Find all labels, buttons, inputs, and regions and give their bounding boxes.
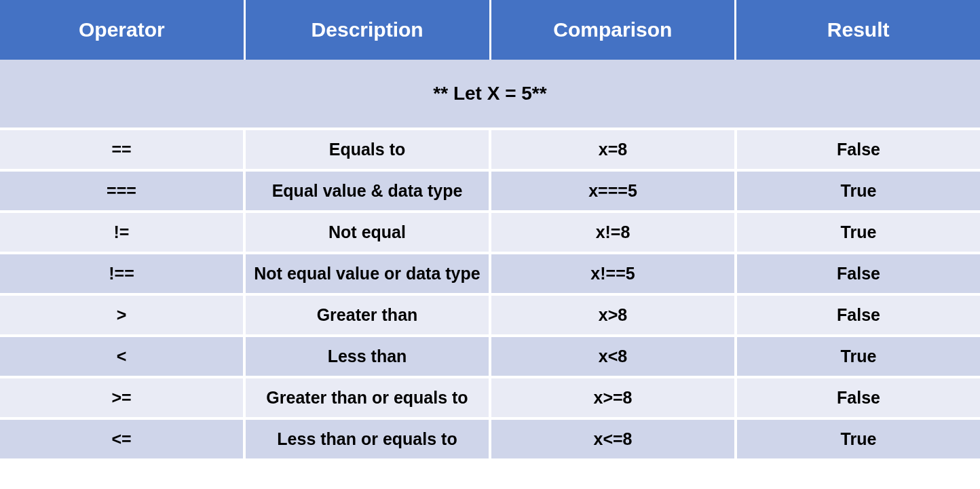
cell-operator: >= bbox=[0, 378, 246, 417]
cell-comparison: x<8 bbox=[491, 337, 737, 376]
table-header-row: Operator Description Comparison Result bbox=[0, 0, 980, 60]
cell-operator: !== bbox=[0, 254, 246, 293]
cell-comparison: x=8 bbox=[491, 130, 737, 169]
cell-result: True bbox=[737, 213, 980, 252]
col-header-operator: Operator bbox=[0, 0, 246, 60]
cell-operator: < bbox=[0, 337, 246, 376]
cell-description: Less than or equals to bbox=[246, 420, 491, 458]
cell-description: Equal value & data type bbox=[246, 172, 491, 210]
cell-operator: != bbox=[0, 213, 246, 252]
cell-description: Not equal value or data type bbox=[246, 254, 491, 293]
cell-result: False bbox=[737, 296, 980, 334]
operators-table: Operator Description Comparison Result *… bbox=[0, 0, 980, 458]
cell-result: False bbox=[737, 254, 980, 293]
table-row: == Equals to x=8 False bbox=[0, 130, 980, 172]
cell-result: True bbox=[737, 337, 980, 376]
cell-description: Greater than or equals to bbox=[246, 378, 491, 417]
col-header-description: Description bbox=[246, 0, 491, 60]
cell-comparison: x<=8 bbox=[491, 420, 737, 458]
cell-comparison: x>=8 bbox=[491, 378, 737, 417]
col-header-result: Result bbox=[736, 0, 980, 60]
cell-description: Less than bbox=[246, 337, 491, 376]
cell-operator: <= bbox=[0, 420, 246, 458]
cell-operator: == bbox=[0, 130, 246, 169]
cell-result: True bbox=[737, 420, 980, 458]
cell-comparison: x!==5 bbox=[491, 254, 737, 293]
let-x-subtitle: ** Let X = 5** bbox=[0, 60, 980, 130]
table-row: <= Less than or equals to x<=8 True bbox=[0, 420, 980, 458]
cell-result: False bbox=[737, 378, 980, 417]
cell-description: Not equal bbox=[246, 213, 491, 252]
cell-result: True bbox=[737, 172, 980, 210]
cell-description: Equals to bbox=[246, 130, 491, 169]
cell-operator: === bbox=[0, 172, 246, 210]
cell-comparison: x!=8 bbox=[491, 213, 737, 252]
cell-comparison: x===5 bbox=[491, 172, 737, 210]
table-row: > Greater than x>8 False bbox=[0, 296, 980, 337]
table-row: < Less than x<8 True bbox=[0, 337, 980, 378]
table-row: !== Not equal value or data type x!==5 F… bbox=[0, 254, 980, 296]
cell-result: False bbox=[737, 130, 980, 169]
cell-description: Greater than bbox=[246, 296, 491, 334]
col-header-comparison: Comparison bbox=[491, 0, 737, 60]
cell-comparison: x>8 bbox=[491, 296, 737, 334]
cell-operator: > bbox=[0, 296, 246, 334]
table-row: != Not equal x!=8 True bbox=[0, 213, 980, 254]
table-row: >= Greater than or equals to x>=8 False bbox=[0, 378, 980, 420]
table-row: === Equal value & data type x===5 True bbox=[0, 172, 980, 213]
